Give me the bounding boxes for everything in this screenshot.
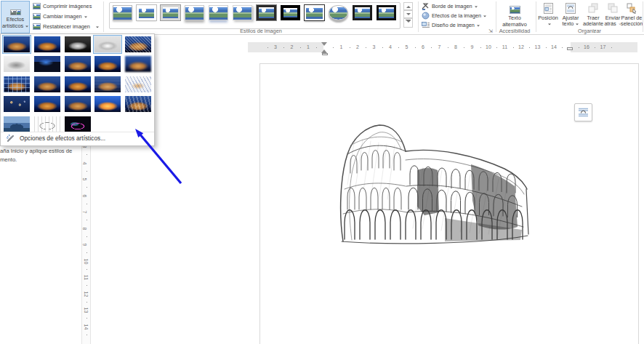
dialog-launcher-icon[interactable]: ⇲ [488,28,494,34]
styles-more-button[interactable] [403,18,413,28]
artistic-effect-globos-mosaico[interactable] [3,76,31,93]
artistic-effect-recorte[interactable] [3,116,31,133]
effect-preview-thumbnail [94,76,121,92]
hanging-indent-marker[interactable] [321,47,327,53]
artistic-effect-resplandor-de-bordes[interactable] [64,116,92,133]
picture-style-beveled-oval-black[interactable] [329,5,348,20]
picture-style-simple-frame-black[interactable] [305,5,324,20]
bring-forward-label-2: adelante [583,20,603,27]
artistic-effect-trazos-pintura[interactable] [94,55,121,73]
ruler-tick [398,47,399,48]
artistic-effect-tiza-croquis[interactable] [124,76,152,93]
vruler-number-14: 14 [84,324,89,329]
picture-style-compound-frame-black[interactable] [353,5,372,20]
change-picture-icon [33,13,41,20]
effect-preview-thumbnail [125,56,151,72]
vruler-number-6: 6 [82,194,87,197]
ruler-number-3: 3 [373,44,376,49]
ruler-number-8: 8 [454,44,457,49]
ruler-tick [350,47,350,48]
vruler-tick [86,252,87,253]
artistic-effect-boceto-lapiz[interactable] [94,36,121,53]
vruler-number-9: 9 [82,244,87,247]
picture-style-beveled-matte-white[interactable] [137,5,156,20]
styles-scroll-up-button[interactable] [403,2,413,10]
change-picture-button[interactable]: Cambiar imagen [33,12,87,21]
artistic-effect-fotocopia[interactable] [33,116,61,133]
ruler-number-3: 3 [274,44,277,49]
ruler-tick [333,47,334,48]
artistic-effect-desenfoque[interactable] [124,55,152,73]
artistic-effect-cemento[interactable] [33,76,61,93]
selection-pane-button[interactable]: Panel de selección [621,1,643,31]
compress-pictures-button[interactable]: Comprimir imágenes [33,1,92,11]
group-separator [103,1,104,32]
horizontal-ruler[interactable]: 32112345678910111213141617 [248,42,637,52]
send-backward-label-2: atrás [604,20,616,27]
artistic-effect-texturizador[interactable] [64,76,92,93]
right-indent-marker[interactable] [567,47,573,50]
styles-scroll-down-button[interactable] [403,10,413,18]
artistic-effect-marcador[interactable] [3,55,31,73]
picture-border-button[interactable]: Borde de imagen [422,1,478,11]
ruler-number-1: 1 [340,44,343,49]
artistic-effect-pincel[interactable] [64,55,92,73]
vruler-tick [86,318,87,319]
artistic-effect-escala-grises[interactable] [94,76,121,93]
effect-preview-thumbnail [4,96,30,112]
ruler-number-14: 14 [551,44,557,49]
picture-style-drop-shadow-rectangle[interactable] [185,5,204,20]
vruler-tick [86,171,87,172]
artistic-effect-pastel-suave[interactable] [3,95,31,113]
artistic-effect-boceto-tiza[interactable] [64,36,92,53]
reset-picture-button[interactable]: Restablecer imagen [33,22,99,31]
picture-style-soft-edge-rectangle[interactable] [233,5,252,20]
vruler-tick [86,269,87,270]
picture-style-metal-frame[interactable] [161,5,180,20]
vruler-number-5: 5 [82,178,87,181]
vruler-tick [86,236,87,237]
picture-style-reflected-rectangle[interactable] [209,5,228,20]
artistic-effect-cristal[interactable] [124,95,152,113]
artistic-effects-button[interactable]: Efectos artísticos [1,1,30,33]
ruler-tick [611,47,612,48]
artistic-effects-options-item[interactable]: Opciones de efectos artísticos... [1,132,154,144]
artistic-effect-plastico[interactable] [33,95,61,113]
layout-options-button[interactable] [574,103,592,121]
effect-preview-thumbnail [125,96,151,112]
artistic-effect-resplandor-difuso[interactable] [33,55,61,73]
document-page[interactable] [259,63,639,344]
artistic-effect-ninguno[interactable] [3,36,31,53]
colosseum-sketch-image[interactable] [336,119,535,244]
left-indent-marker[interactable] [322,53,328,55]
alt-text-icon [499,1,531,14]
word-window: Efectos artísticos Comprimir imágenes Ca… [0,0,644,344]
artistic-effect-pincel-resplandor[interactable] [94,95,121,113]
wrap-text-button[interactable]: Ajustar texto [560,1,581,31]
ruler-tick [496,47,497,48]
artistic-effect-trazos-marcador[interactable] [33,36,61,53]
landscape-thumbnail-icon [113,6,132,20]
picture-style-double-frame-black[interactable] [257,5,276,20]
vruler-tick [86,187,87,188]
artistic-effects-dropdown: Opciones de efectos artísticos... [0,33,155,146]
picture-style-moderate-frame-black[interactable] [377,5,396,20]
picture-style-simple-frame-white[interactable] [113,5,132,20]
picture-effects-button[interactable]: Efectos de la imagen [422,11,486,20]
artistic-effect-pelicula-granulada[interactable] [124,36,152,53]
ruler-tick [316,47,317,48]
artistic-effect-fotocopia-color[interactable] [64,95,92,113]
ruler-tick [595,47,595,48]
selection-pane-icon [621,2,643,14]
effect-preview-thumbnail [34,96,60,112]
effect-preview-thumbnail [4,116,30,132]
picture-layout-button[interactable]: Diseño de imagen [422,20,480,30]
effect-preview-thumbnail [125,36,151,52]
ruler-number-12: 12 [518,44,524,49]
dropdown-caret [548,24,551,27]
ruler-tick [283,47,284,48]
vruler-number-7: 7 [82,211,87,214]
landscape-thumbnail-icon [306,7,323,19]
picture-style-thick-frame-black[interactable] [281,5,300,20]
position-button[interactable]: Posición [538,1,558,31]
